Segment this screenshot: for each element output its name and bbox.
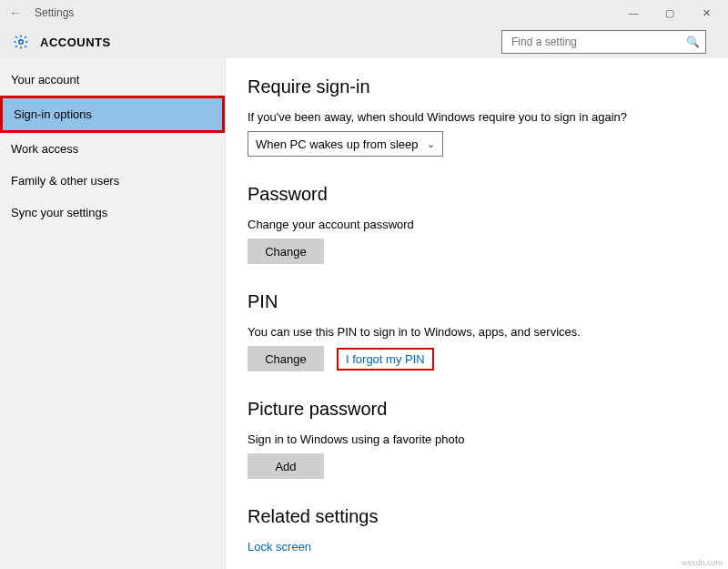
sidebar-item-family-other-users[interactable]: Family & other users	[0, 165, 225, 197]
pin-heading: PIN	[248, 291, 728, 312]
sidebar-item-label: Sync your settings	[11, 206, 107, 219]
main-content: Require sign-in If you've been away, whe…	[226, 58, 728, 569]
password-change-button[interactable]: Change	[248, 239, 324, 264]
picture-password-add-button[interactable]: Add	[248, 453, 324, 479]
pin-change-button[interactable]: Change	[248, 346, 324, 371]
maximize-button[interactable]: ▢	[652, 0, 688, 25]
gear-icon	[13, 34, 29, 50]
sidebar-item-work-access[interactable]: Work access	[0, 133, 225, 165]
watermark: wsxdn.com	[682, 558, 723, 567]
minimize-button[interactable]: —	[615, 0, 652, 25]
window-title: Settings	[35, 6, 74, 19]
require-signin-value: When PC wakes up from sleep	[256, 137, 418, 151]
sidebar-item-label: Work access	[11, 142, 78, 156]
picture-password-heading: Picture password	[248, 399, 728, 420]
search-input[interactable]	[510, 35, 686, 49]
search-icon: 🔍	[686, 36, 700, 48]
pin-forgot-link[interactable]: I forgot my PIN	[337, 348, 434, 371]
pin-prompt: You can use this PIN to sign in to Windo…	[248, 325, 728, 339]
search-box[interactable]: 🔍	[501, 30, 706, 54]
titlebar: ← Settings — ▢ ✕	[0, 0, 728, 25]
close-button[interactable]: ✕	[688, 0, 724, 25]
password-prompt: Change your account password	[248, 218, 728, 231]
chevron-down-icon: ⌄	[427, 138, 435, 150]
sidebar-item-sign-in-options[interactable]: Sign-in options	[0, 96, 225, 133]
picture-password-prompt: Sign in to Windows using a favorite phot…	[248, 432, 728, 446]
require-signin-heading: Require sign-in	[248, 76, 728, 97]
sidebar: Your account Sign-in options Work access…	[0, 58, 226, 569]
lock-screen-link[interactable]: Lock screen	[248, 540, 311, 554]
sidebar-item-sync-settings[interactable]: Sync your settings	[0, 197, 225, 229]
sidebar-item-label: Your account	[11, 73, 79, 86]
sidebar-item-label: Sign-in options	[14, 107, 92, 121]
sidebar-item-label: Family & other users	[11, 174, 119, 188]
header: ACCOUNTS 🔍	[0, 25, 728, 58]
password-heading: Password	[248, 184, 728, 205]
sidebar-item-your-account[interactable]: Your account	[0, 64, 225, 96]
require-signin-select[interactable]: When PC wakes up from sleep ⌄	[248, 131, 443, 157]
page-title: ACCOUNTS	[40, 36, 111, 49]
back-icon[interactable]: ←	[9, 5, 29, 20]
require-signin-prompt: If you've been away, when should Windows…	[248, 110, 728, 124]
svg-point-0	[19, 40, 24, 45]
related-settings-heading: Related settings	[248, 506, 728, 527]
